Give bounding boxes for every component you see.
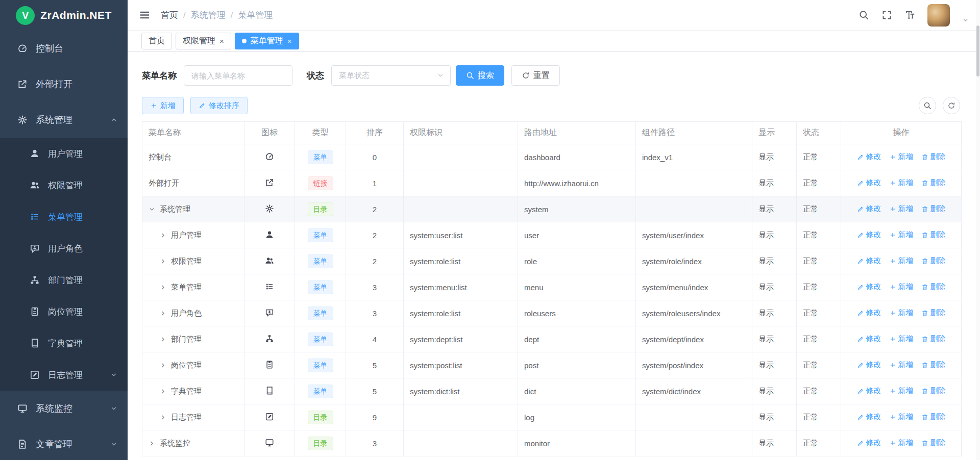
table-row[interactable]: 权限管理菜单2system:role:listrolesystem/role/i… bbox=[142, 248, 962, 274]
table-row[interactable]: 控制台菜单0dashboardindex_v1显示正常修改新增删除 bbox=[142, 144, 962, 170]
visible-cell: 显示 bbox=[752, 404, 797, 430]
row-add-link[interactable]: 新增 bbox=[889, 256, 914, 266]
table-row[interactable]: 用户管理菜单2system:user:listusersystem/user/i… bbox=[142, 222, 962, 248]
row-delete-link[interactable]: 删除 bbox=[921, 386, 946, 396]
sidebar-subitem-6[interactable]: 字典管理 bbox=[0, 327, 128, 359]
sidebar-item-3[interactable]: 系统监控 bbox=[0, 391, 128, 426]
row-add-link[interactable]: 新增 bbox=[889, 152, 914, 162]
status-select[interactable]: 菜单状态 bbox=[331, 65, 451, 86]
sidebar-subitem-7[interactable]: 日志管理 bbox=[0, 359, 128, 391]
row-delete-link[interactable]: 删除 bbox=[921, 438, 946, 448]
chevron-right-icon[interactable] bbox=[160, 414, 171, 421]
tab-2[interactable]: 菜单管理× bbox=[235, 33, 299, 49]
row-edit-link[interactable]: 修改 bbox=[857, 204, 881, 214]
search-button[interactable]: 搜索 bbox=[456, 65, 504, 86]
row-add-link[interactable]: 新增 bbox=[889, 308, 914, 318]
table-row[interactable]: 外部打开链接1http://www.izhaorui.cn显示正常修改新增删除 bbox=[142, 170, 962, 196]
toggle-search-button[interactable] bbox=[919, 97, 936, 114]
row-add-link[interactable]: 新增 bbox=[889, 282, 914, 292]
avatar-dropdown-caret-icon[interactable] bbox=[962, 17, 969, 23]
breadcrumb-item[interactable]: 菜单管理 bbox=[238, 9, 273, 21]
row-edit-link[interactable]: 修改 bbox=[857, 178, 881, 188]
chevron-right-icon[interactable] bbox=[160, 284, 171, 291]
chevron-right-icon[interactable] bbox=[160, 310, 171, 317]
app-logo[interactable]: V ZrAdmin.NET bbox=[0, 0, 128, 31]
row-delete-link[interactable]: 删除 bbox=[921, 256, 946, 266]
row-edit-link[interactable]: 修改 bbox=[857, 256, 881, 266]
status-cell: 正常 bbox=[797, 248, 841, 274]
chevron-down-icon[interactable] bbox=[149, 206, 160, 213]
table-row[interactable]: 系统监控目录3monitor显示正常修改新增删除 bbox=[142, 430, 962, 456]
row-edit-link[interactable]: 修改 bbox=[857, 438, 881, 448]
row-delete-link[interactable]: 删除 bbox=[921, 308, 946, 318]
font-size-icon[interactable] bbox=[904, 10, 915, 20]
row-add-link[interactable]: 新增 bbox=[889, 438, 914, 448]
row-delete-link[interactable]: 删除 bbox=[921, 230, 946, 240]
fullscreen-icon[interactable] bbox=[881, 10, 892, 20]
chevron-right-icon[interactable] bbox=[160, 388, 171, 395]
table-row[interactable]: 字典管理菜单5system:dict:listdictsystem/dict/i… bbox=[142, 378, 962, 404]
sidebar-subitem-2[interactable]: 菜单管理 bbox=[0, 201, 128, 233]
modify-sort-button[interactable]: 修改排序 bbox=[190, 97, 248, 114]
row-add-link[interactable]: 新增 bbox=[889, 204, 914, 214]
row-delete-link[interactable]: 删除 bbox=[921, 178, 946, 188]
close-icon[interactable]: × bbox=[219, 37, 224, 45]
search-icon[interactable] bbox=[859, 10, 869, 20]
row-delete-link[interactable]: 删除 bbox=[921, 282, 946, 292]
chevron-right-icon[interactable] bbox=[160, 336, 171, 343]
row-add-link[interactable]: 新增 bbox=[889, 412, 914, 422]
close-icon[interactable]: × bbox=[287, 37, 292, 45]
sidebar-item-4[interactable]: 文章管理 bbox=[0, 426, 128, 460]
row-delete-link[interactable]: 删除 bbox=[921, 412, 946, 422]
chevron-right-icon[interactable] bbox=[160, 362, 171, 369]
row-add-link[interactable]: 新增 bbox=[889, 230, 914, 240]
row-edit-link[interactable]: 修改 bbox=[857, 334, 881, 344]
sidebar-subitem-3[interactable]: 用户角色 bbox=[0, 233, 128, 264]
chevron-right-icon[interactable] bbox=[160, 258, 171, 265]
reset-button[interactable]: 重置 bbox=[511, 65, 560, 86]
table-row[interactable]: 岗位管理菜单5system:post:listpostsystem/post/i… bbox=[142, 352, 962, 378]
table-row[interactable]: 系统管理目录2system显示正常修改新增删除 bbox=[142, 196, 962, 222]
row-edit-link[interactable]: 修改 bbox=[857, 230, 881, 240]
sidebar-subitem-4[interactable]: 部门管理 bbox=[0, 264, 128, 296]
table-row[interactable]: 菜单管理菜单3system:menu:listmenusystem/menu/i… bbox=[142, 274, 962, 300]
row-delete-link[interactable]: 删除 bbox=[921, 334, 946, 344]
row-add-link[interactable]: 新增 bbox=[889, 334, 914, 344]
component-cell bbox=[636, 404, 752, 430]
row-edit-link[interactable]: 修改 bbox=[857, 282, 881, 292]
row-delete-link[interactable]: 删除 bbox=[921, 360, 946, 370]
row-add-link[interactable]: 新增 bbox=[889, 178, 914, 188]
refresh-table-button[interactable] bbox=[943, 97, 960, 114]
row-add-link[interactable]: 新增 bbox=[889, 386, 914, 396]
row-edit-link[interactable]: 修改 bbox=[857, 360, 881, 370]
table-row[interactable]: 用户角色菜单3system:role:listroleuserssystem/r… bbox=[142, 300, 962, 326]
user-avatar[interactable] bbox=[927, 4, 950, 27]
sidebar-subitem-5[interactable]: 岗位管理 bbox=[0, 296, 128, 327]
chevron-right-icon[interactable] bbox=[149, 440, 160, 447]
tab-0[interactable]: 首页 bbox=[141, 33, 172, 49]
scrollbar-thumb[interactable] bbox=[976, 25, 979, 76]
sidebar-item-2[interactable]: 系统管理 bbox=[0, 102, 128, 138]
row-add-link[interactable]: 新增 bbox=[889, 360, 914, 370]
sidebar-subitem-0[interactable]: 用户管理 bbox=[0, 138, 128, 169]
menu-name-input[interactable] bbox=[184, 65, 292, 86]
row-edit-link[interactable]: 修改 bbox=[857, 308, 881, 318]
row-edit-link[interactable]: 修改 bbox=[857, 412, 881, 422]
row-delete-link[interactable]: 删除 bbox=[921, 204, 946, 214]
row-edit-link[interactable]: 修改 bbox=[857, 386, 881, 396]
sidebar-item-1[interactable]: 外部打开 bbox=[0, 66, 128, 102]
sidebar-item-0[interactable]: 控制台 bbox=[0, 31, 128, 66]
row-delete-link[interactable]: 删除 bbox=[921, 152, 946, 162]
sidebar-subitem-1[interactable]: 权限管理 bbox=[0, 169, 128, 201]
chevron-right-icon[interactable] bbox=[160, 232, 171, 239]
scrollbar[interactable] bbox=[976, 0, 980, 460]
row-edit-link[interactable]: 修改 bbox=[857, 152, 881, 162]
status-label: 状态 bbox=[307, 70, 324, 82]
hamburger-icon[interactable] bbox=[139, 9, 151, 21]
table-row[interactable]: 部门管理菜单4system:dept:listdeptsystem/dept/i… bbox=[142, 326, 962, 352]
breadcrumb-item[interactable]: 系统管理 bbox=[191, 9, 226, 21]
add-button[interactable]: 新增 bbox=[142, 97, 184, 114]
table-row[interactable]: 日志管理目录9log显示正常修改新增删除 bbox=[142, 404, 962, 430]
breadcrumb-item[interactable]: 首页 bbox=[161, 9, 178, 21]
tab-1[interactable]: 权限管理× bbox=[176, 33, 231, 49]
